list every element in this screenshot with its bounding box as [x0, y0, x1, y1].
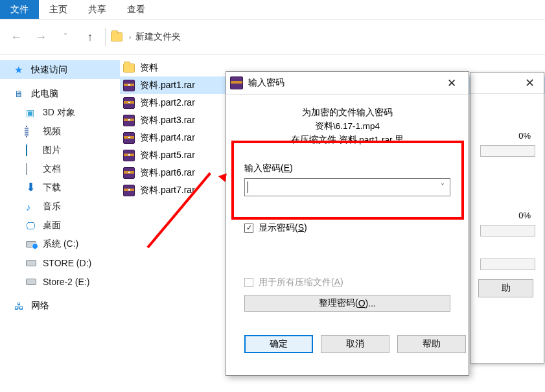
- text-cursor: [248, 181, 248, 193]
- star-icon: ★: [14, 65, 25, 75]
- sidebar-item-drive-c[interactable]: 系统 (C:): [0, 235, 120, 253]
- ribbon-tab-view[interactable]: 查看: [117, 0, 156, 19]
- bg-help-button[interactable]: 助: [478, 279, 533, 297]
- sidebar-item-label: 文档: [43, 163, 61, 175]
- progress-field: [480, 259, 535, 270]
- sidebar-item-drive-e[interactable]: Store-2 (E:): [0, 272, 120, 291]
- pc-icon: 🖥: [14, 89, 25, 99]
- nav-up-icon[interactable]: ↑: [80, 30, 100, 44]
- dialog-title: 输入密码: [248, 77, 284, 89]
- sidebar-item-thispc[interactable]: 🖥 此电脑: [0, 84, 120, 103]
- archive-icon: [123, 150, 135, 161]
- sidebar-item-network[interactable]: 🖧 网络: [0, 296, 120, 315]
- help-button[interactable]: 帮助: [397, 335, 466, 353]
- address-bar: ← → ˅ ↑ › 新建文件夹: [0, 19, 545, 55]
- network-icon: 🖧: [14, 301, 25, 311]
- nav-recent-icon[interactable]: ˅: [56, 32, 75, 41]
- file-name: 资料.part1.rar: [140, 80, 195, 91]
- progress-bar-1: [480, 145, 535, 157]
- password-input-label: 输入密码(E): [235, 163, 459, 174]
- video-icon: [26, 126, 27, 137]
- ribbon-tab-share[interactable]: 共享: [78, 0, 117, 19]
- sidebar-item-documents[interactable]: 文档: [0, 159, 120, 178]
- archive-icon: [123, 167, 135, 179]
- sidebar-item-label: 图片: [43, 144, 61, 156]
- folder-icon: [111, 32, 122, 41]
- file-name: 资料.part5.rar: [140, 150, 195, 161]
- address-path[interactable]: › 新建文件夹: [111, 31, 181, 43]
- password-dialog: 输入密码 ✕ 为加密的文件输入密码 资料\6.17-1.mp4 在压缩文件 资料…: [226, 71, 469, 376]
- checkbox-label: 显示密码(S): [259, 222, 307, 234]
- nav-forward-icon[interactable]: →: [31, 30, 51, 44]
- breadcrumb-folder[interactable]: 新建文件夹: [135, 31, 181, 43]
- archive-icon: [123, 185, 135, 196]
- progress-bar-2: [480, 225, 535, 236]
- show-password-checkbox[interactable]: ✓ 显示密码(S): [235, 222, 459, 234]
- sidebar-item-desktop[interactable]: 🖵 桌面: [0, 216, 120, 235]
- archive-icon: [123, 115, 135, 126]
- all-archives-checkbox: 用于所有压缩文件(A): [235, 277, 459, 288]
- sidebar-item-label: 桌面: [43, 220, 61, 231]
- file-name: 资料.part3.rar: [140, 115, 195, 126]
- password-input[interactable]: ˅: [244, 178, 450, 196]
- sidebar-item-3dobjects[interactable]: ▣ 3D 对象: [0, 103, 120, 122]
- sidebar-item-label: 系统 (C:): [43, 238, 78, 250]
- sidebar-item-label: 下载: [43, 182, 61, 194]
- file-name: 资料: [140, 62, 158, 74]
- checkbox-label: 用于所有压缩文件(A): [259, 277, 343, 288]
- ok-button[interactable]: 确定: [244, 335, 313, 353]
- file-name: 资料.part4.rar: [140, 132, 195, 144]
- sidebar-item-label: Store-2 (E:): [43, 277, 89, 287]
- dialog-message-2: 资料\6.17-1.mp4: [235, 120, 459, 133]
- desktop-icon: 🖵: [26, 220, 36, 231]
- cube-icon: ▣: [26, 108, 36, 118]
- drive-icon: [26, 241, 36, 248]
- sidebar-item-music[interactable]: ♪ 音乐: [0, 197, 120, 216]
- chevron-down-icon[interactable]: ˅: [437, 180, 448, 194]
- sidebar-item-videos[interactable]: 视频: [0, 122, 120, 141]
- sidebar-nav: ★ 快速访问 🖥 此电脑 ▣ 3D 对象 视频 图片 文档 ⬇ 下载 ♪: [0, 55, 120, 392]
- ribbon-tab-file[interactable]: 文件: [0, 0, 39, 19]
- archive-icon: [123, 132, 135, 144]
- archive-icon: [123, 97, 135, 109]
- sidebar-item-quickaccess[interactable]: ★ 快速访问: [0, 60, 120, 79]
- sidebar-item-label: 视频: [43, 126, 61, 137]
- sidebar-item-label: 音乐: [43, 201, 61, 213]
- checkbox-icon: [244, 278, 253, 287]
- download-icon: ⬇: [26, 183, 36, 193]
- file-name: 资料.part7.rar: [140, 185, 195, 196]
- sidebar-item-label: 网络: [31, 300, 49, 312]
- progress-percent-2: 0%: [518, 211, 531, 220]
- breadcrumb-sep-icon: ›: [129, 33, 132, 41]
- ribbon-tab-home[interactable]: 主页: [39, 0, 78, 19]
- file-name: 资料.part6.rar: [140, 167, 195, 179]
- sidebar-item-label: 3D 对象: [43, 107, 75, 119]
- document-icon: [26, 163, 27, 175]
- progress-dialog-background: ✕ 0% 0% 助: [470, 72, 544, 363]
- sidebar-item-label: 快速访问: [31, 64, 67, 76]
- file-name: 资料.part2.rar: [140, 97, 195, 109]
- folder-icon: [123, 63, 135, 73]
- checkbox-icon: ✓: [244, 224, 253, 233]
- dialog-message-3: 在压缩文件 资料.part1.rar 里: [235, 133, 459, 147]
- ribbon-menubar: 文件 主页 共享 查看: [0, 0, 545, 19]
- drive-icon: [26, 279, 36, 285]
- organize-passwords-button[interactable]: 整理密码(O)...: [244, 295, 450, 312]
- sidebar-item-label: STORE (D:): [43, 258, 91, 268]
- sidebar-item-downloads[interactable]: ⬇ 下载: [0, 178, 120, 197]
- progress-percent-1: 0%: [518, 131, 531, 141]
- dialog-message-1: 为加密的文件输入密码: [235, 106, 459, 120]
- close-icon[interactable]: ✕: [525, 76, 535, 90]
- sidebar-item-drive-d[interactable]: STORE (D:): [0, 253, 120, 272]
- cancel-button[interactable]: 取消: [321, 335, 389, 353]
- picture-icon: [26, 144, 27, 156]
- nav-back-icon[interactable]: ←: [6, 30, 26, 44]
- drive-icon: [26, 260, 36, 266]
- archive-icon: [123, 80, 135, 91]
- music-icon: ♪: [26, 202, 36, 212]
- winrar-icon: [230, 76, 243, 89]
- close-icon[interactable]: ✕: [439, 76, 465, 90]
- sidebar-item-label: 此电脑: [31, 88, 58, 100]
- dialog-titlebar: 输入密码 ✕: [226, 72, 469, 95]
- sidebar-item-pictures[interactable]: 图片: [0, 141, 120, 159]
